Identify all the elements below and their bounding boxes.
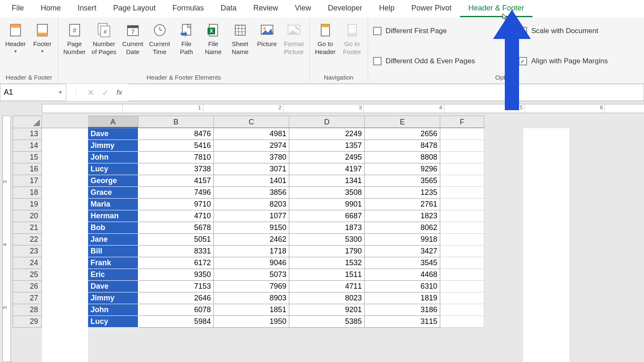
- enter-formula-button[interactable]: ✓: [102, 88, 109, 98]
- different-first-page-checkbox[interactable]: Different First Page: [373, 27, 506, 35]
- tab-formulas[interactable]: Formulas: [164, 0, 212, 17]
- cell[interactable]: 3780: [214, 152, 289, 163]
- cell[interactable]: 9901: [289, 199, 365, 210]
- cell[interactable]: 4981: [214, 128, 289, 140]
- fx-label[interactable]: fx: [117, 88, 122, 97]
- tab-insert[interactable]: Insert: [69, 0, 105, 17]
- formula-input[interactable]: [129, 84, 644, 101]
- cell[interactable]: Maria: [88, 199, 138, 210]
- sheet-name-button[interactable]: Sheet Name: [228, 20, 252, 58]
- page-number-button[interactable]: # Page Number: [62, 20, 87, 58]
- cell[interactable]: [440, 234, 484, 246]
- picture-button[interactable]: Picture: [255, 20, 279, 50]
- cell[interactable]: [440, 163, 484, 175]
- row-header[interactable]: 20: [13, 210, 42, 222]
- cell[interactable]: 4197: [289, 163, 365, 175]
- cell[interactable]: Bob: [88, 222, 138, 234]
- tab-page-layout[interactable]: Page Layout: [105, 0, 164, 17]
- cell[interactable]: 2656: [365, 128, 440, 140]
- row-header[interactable]: 22: [13, 234, 42, 246]
- cell[interactable]: [440, 222, 484, 234]
- cell[interactable]: [440, 199, 484, 210]
- goto-header-button[interactable]: Go to Header: [313, 20, 338, 58]
- different-odd-even-checkbox[interactable]: Different Odd & Even Pages: [373, 57, 506, 65]
- cell[interactable]: 3545: [365, 257, 440, 269]
- cell[interactable]: 4468: [365, 269, 440, 281]
- tab-home[interactable]: Home: [32, 0, 69, 17]
- cell[interactable]: 9296: [365, 163, 440, 175]
- cell[interactable]: [440, 257, 484, 269]
- cell[interactable]: [440, 187, 484, 199]
- cell[interactable]: 8062: [365, 222, 440, 234]
- row-header[interactable]: 13: [13, 128, 42, 140]
- cell[interactable]: 2462: [214, 234, 289, 246]
- select-all-corner[interactable]: [13, 116, 42, 128]
- cell[interactable]: [440, 175, 484, 187]
- cell[interactable]: 1823: [365, 210, 440, 222]
- cell[interactable]: 8203: [214, 199, 289, 210]
- cell[interactable]: Dave: [88, 128, 138, 140]
- file-name-button[interactable]: X File Name: [201, 20, 226, 58]
- row-header[interactable]: 26: [13, 281, 42, 292]
- cell[interactable]: 3115: [365, 316, 440, 328]
- cell[interactable]: 5051: [138, 234, 214, 246]
- cell[interactable]: 7810: [138, 152, 214, 163]
- cell[interactable]: 1532: [289, 257, 365, 269]
- cell[interactable]: 3565: [365, 175, 440, 187]
- cell[interactable]: 3186: [365, 304, 440, 316]
- cell[interactable]: [440, 128, 484, 140]
- cell[interactable]: 1077: [214, 210, 289, 222]
- align-with-margins-checkbox[interactable]: ✓ Align with Page Margins: [519, 57, 639, 65]
- cell[interactable]: 8023: [289, 292, 365, 304]
- cell[interactable]: 7496: [138, 187, 214, 199]
- file-path-button[interactable]: File Path: [174, 20, 199, 58]
- cell[interactable]: Grace: [88, 187, 138, 199]
- cell[interactable]: 8808: [365, 152, 440, 163]
- cell[interactable]: George: [88, 175, 138, 187]
- cell[interactable]: Herman: [88, 210, 138, 222]
- cell[interactable]: 9918: [365, 234, 440, 246]
- cell[interactable]: 6172: [138, 257, 214, 269]
- cell[interactable]: 1401: [214, 175, 289, 187]
- cell[interactable]: John: [88, 304, 138, 316]
- row-header[interactable]: 24: [13, 257, 42, 269]
- row-header[interactable]: 18: [13, 187, 42, 199]
- cell[interactable]: [440, 210, 484, 222]
- cell[interactable]: 1790: [289, 246, 365, 257]
- row-header[interactable]: 15: [13, 152, 42, 163]
- tab-help[interactable]: Help: [371, 0, 403, 17]
- cell[interactable]: 1357: [289, 140, 365, 152]
- cell[interactable]: 3508: [289, 187, 365, 199]
- cell[interactable]: Frank: [88, 257, 138, 269]
- cell[interactable]: [440, 269, 484, 281]
- cell[interactable]: 8476: [138, 128, 214, 140]
- cell[interactable]: 1718: [214, 246, 289, 257]
- tab-data[interactable]: Data: [212, 0, 245, 17]
- row-header[interactable]: 27: [13, 292, 42, 304]
- row-header[interactable]: 19: [13, 199, 42, 210]
- cell[interactable]: 5416: [138, 140, 214, 152]
- cell[interactable]: [440, 316, 484, 328]
- cell[interactable]: 6310: [365, 281, 440, 292]
- cell[interactable]: 4710: [138, 210, 214, 222]
- column-header-B[interactable]: B: [138, 116, 214, 128]
- column-header-A[interactable]: A: [88, 116, 138, 128]
- tab-developer[interactable]: Developer: [319, 0, 371, 17]
- cell[interactable]: Lucy: [88, 316, 138, 328]
- cell[interactable]: 3856: [214, 187, 289, 199]
- cell[interactable]: 1511: [289, 269, 365, 281]
- tab-file[interactable]: File: [3, 0, 32, 17]
- row-header[interactable]: 29: [13, 316, 42, 328]
- cell[interactable]: 1235: [365, 187, 440, 199]
- scale-with-document-checkbox[interactable]: ✓ Scale with Document: [519, 27, 639, 35]
- cell[interactable]: 8478: [365, 140, 440, 152]
- cell[interactable]: 5300: [289, 234, 365, 246]
- cell[interactable]: 1341: [289, 175, 365, 187]
- cell[interactable]: 6078: [138, 304, 214, 316]
- tab-header-footer[interactable]: Header & Footer: [460, 0, 532, 17]
- cell[interactable]: 9710: [138, 199, 214, 210]
- column-header-F[interactable]: F: [440, 116, 484, 128]
- tab-review[interactable]: Review: [245, 0, 286, 17]
- cell[interactable]: 3071: [214, 163, 289, 175]
- cell[interactable]: [440, 304, 484, 316]
